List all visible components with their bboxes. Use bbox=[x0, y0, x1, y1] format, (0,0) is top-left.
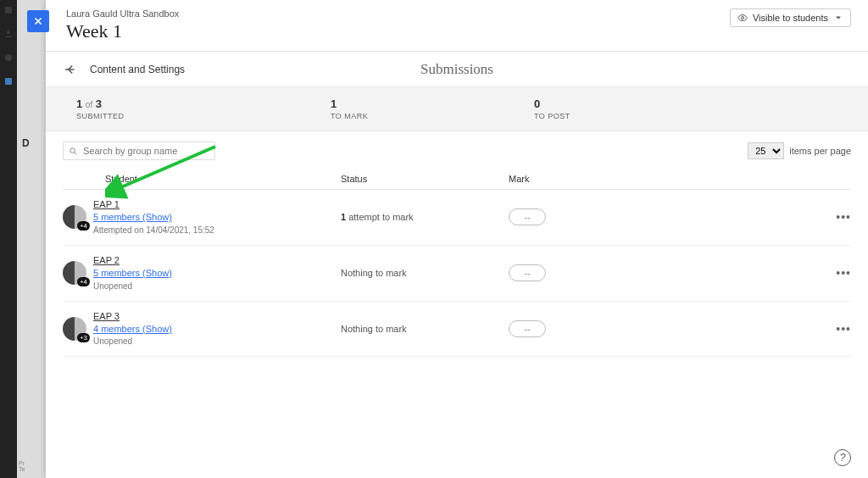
avatar-badge: +4 bbox=[77, 221, 90, 231]
svg-rect-0 bbox=[5, 7, 12, 14]
col-student[interactable]: Student bbox=[105, 174, 341, 184]
eye-icon bbox=[737, 13, 748, 23]
table-row: +4 EAP 1 5 members (Show) Attempted on 1… bbox=[63, 190, 851, 246]
avatar[interactable]: +4 bbox=[63, 205, 86, 229]
content-settings-link[interactable]: Content and Settings bbox=[90, 64, 185, 75]
col-status[interactable]: Status bbox=[341, 174, 509, 184]
submitted-label: SUBMITTED bbox=[76, 112, 331, 120]
items-per-page-label: items per page bbox=[789, 146, 851, 156]
group-name-link[interactable]: EAP 2 bbox=[93, 254, 172, 267]
to-mark-label: TO MARK bbox=[331, 112, 534, 120]
avatar[interactable]: +4 bbox=[63, 261, 86, 285]
members-link[interactable]: 5 members (Show) bbox=[93, 211, 214, 224]
search-box[interactable] bbox=[63, 142, 215, 160]
group-name-link[interactable]: EAP 3 bbox=[93, 310, 172, 323]
rail-icon-3[interactable] bbox=[3, 51, 14, 61]
row-meta: Attempted on 14/04/2021, 15:52 bbox=[93, 225, 214, 236]
sub-header: Content and Settings Submissions bbox=[46, 52, 868, 87]
submitted-of: of bbox=[86, 100, 92, 109]
search-input[interactable] bbox=[83, 146, 209, 156]
group-name-link[interactable]: EAP 1 bbox=[93, 198, 214, 211]
row-status: Nothing to mark bbox=[341, 324, 509, 334]
svg-rect-3 bbox=[5, 78, 12, 85]
avatar-badge: +3 bbox=[77, 333, 90, 342]
rail-icon-1[interactable] bbox=[3, 3, 14, 14]
mark-pill[interactable]: -- bbox=[509, 208, 546, 225]
items-per-page-select[interactable]: 25 bbox=[748, 142, 784, 159]
stats-bar: 1 of 3 SUBMITTED 1 TO MARK 0 TO POST bbox=[46, 87, 868, 131]
row-more-icon[interactable]: ••• bbox=[826, 210, 851, 224]
help-icon[interactable]: ? bbox=[834, 449, 851, 466]
svg-point-2 bbox=[5, 54, 12, 61]
table-row: +3 EAP 3 4 members (Show) Unopened Nothi… bbox=[63, 302, 851, 358]
submissions-title: Submissions bbox=[420, 61, 493, 78]
rail-icon-4[interactable] bbox=[3, 75, 14, 85]
close-icon[interactable] bbox=[27, 10, 49, 32]
avatar[interactable]: +3 bbox=[63, 317, 86, 341]
mark-pill[interactable]: -- bbox=[509, 264, 546, 281]
to-mark-count: 1 bbox=[331, 97, 337, 110]
search-icon bbox=[69, 147, 78, 156]
behind-initial: D bbox=[22, 137, 30, 149]
table-head: Student Status Mark bbox=[63, 169, 851, 190]
table-row: +4 EAP 2 5 members (Show) Unopened Nothi… bbox=[63, 246, 851, 302]
page-title: Week 1 bbox=[66, 20, 179, 42]
col-mark[interactable]: Mark bbox=[509, 174, 851, 184]
stat-submitted: 1 of 3 SUBMITTED bbox=[76, 97, 331, 120]
row-more-icon[interactable]: ••• bbox=[826, 266, 851, 280]
avatar-badge: +4 bbox=[77, 277, 90, 286]
submitted-count: 1 bbox=[76, 97, 82, 110]
panel-header: Laura Gauld Ultra Sandbox Week 1 Visible… bbox=[46, 0, 868, 52]
submitted-total: 3 bbox=[96, 97, 102, 110]
bottom-tiny-text: PrTe bbox=[19, 460, 25, 473]
members-link[interactable]: 5 members (Show) bbox=[93, 267, 172, 280]
row-status: Nothing to mark bbox=[341, 268, 509, 278]
row-status: 1 attempt to mark bbox=[341, 212, 509, 222]
rail-icon-2[interactable] bbox=[3, 27, 14, 37]
members-link[interactable]: 4 members (Show) bbox=[93, 323, 172, 336]
visibility-label: Visible to students bbox=[753, 13, 828, 23]
back-arrow-icon[interactable] bbox=[63, 62, 78, 77]
pager: 25 items per page bbox=[748, 142, 851, 159]
chevron-down-icon bbox=[833, 13, 843, 23]
stat-to-post: 0 TO POST bbox=[534, 97, 570, 120]
mark-pill[interactable]: -- bbox=[509, 320, 546, 337]
row-more-icon[interactable]: ••• bbox=[826, 322, 851, 336]
stat-to-mark: 1 TO MARK bbox=[331, 97, 534, 120]
row-meta: Unopened bbox=[93, 336, 172, 347]
svg-point-4 bbox=[741, 17, 743, 19]
visibility-toggle[interactable]: Visible to students bbox=[730, 8, 851, 27]
sandbox-name: Laura Gauld Ultra Sandbox bbox=[66, 8, 179, 19]
to-post-label: TO POST bbox=[534, 112, 570, 120]
svg-point-5 bbox=[70, 147, 75, 153]
panel-body: 25 items per page Student Status Mark +4 bbox=[46, 131, 868, 478]
left-rail bbox=[0, 0, 17, 478]
to-post-count: 0 bbox=[534, 97, 540, 110]
svg-point-1 bbox=[7, 31, 10, 34]
row-meta: Unopened bbox=[93, 281, 172, 292]
